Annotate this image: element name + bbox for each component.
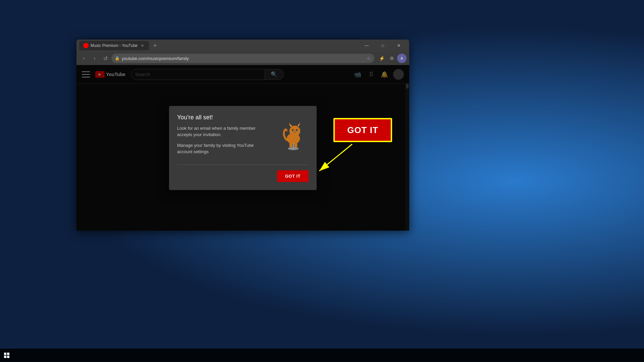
modal-overlay: You're all set! Look for an email when a…: [76, 65, 409, 231]
tab-close-button[interactable]: ✕: [140, 43, 145, 48]
dialog-footer: GOT IT: [177, 170, 309, 182]
success-dialog: You're all set! Look for an email when a…: [169, 106, 317, 190]
start-button[interactable]: [0, 349, 13, 362]
cat-svg: [277, 116, 307, 153]
browser-tab[interactable]: Music Premium - YouTube ✕: [79, 41, 149, 50]
svg-rect-23: [7, 356, 9, 358]
bookmark-icon[interactable]: ☆: [367, 56, 371, 61]
dialog-text: You're all set! Look for an email when a…: [177, 114, 270, 159]
youtube-content: ▶ YouTube 🔍 📹 ⠿ 🔔 Family (up to 5 additi…: [76, 65, 409, 231]
got-it-button-dialog[interactable]: GOT IT: [277, 170, 309, 182]
svg-rect-15: [289, 141, 292, 147]
profile-icon[interactable]: A: [397, 54, 407, 63]
svg-rect-20: [4, 353, 6, 355]
svg-rect-21: [7, 353, 9, 355]
settings-icon[interactable]: ⚙: [387, 54, 396, 63]
new-tab-button[interactable]: +: [150, 41, 160, 50]
dialog-title: You're all set!: [177, 114, 270, 121]
close-button[interactable]: ✕: [391, 41, 407, 51]
dialog-body-line2: Manage your family by visiting YouTube a…: [177, 142, 270, 155]
window-controls: — □ ✕: [359, 41, 407, 51]
taskbar: [0, 349, 644, 362]
dialog-header: You're all set! Look for an email when a…: [177, 114, 309, 159]
refresh-button[interactable]: ↺: [101, 54, 110, 63]
address-bar[interactable]: 🔒 youtube.com/musicpremium/family ☆: [111, 54, 374, 63]
minimize-button[interactable]: —: [359, 41, 374, 51]
lock-icon: 🔒: [115, 56, 120, 61]
extensions-icon[interactable]: ⚡: [377, 54, 386, 63]
svg-rect-22: [4, 356, 6, 358]
svg-point-8: [293, 130, 293, 130]
forward-button[interactable]: ›: [90, 54, 99, 63]
toolbar-icons: ⚡ ⚙ A: [377, 54, 407, 63]
svg-rect-18: [293, 143, 294, 149]
youtube-favicon: [83, 43, 89, 48]
address-bar-row: ‹ › ↺ 🔒 youtube.com/musicpremium/family …: [76, 52, 409, 65]
title-bar: Music Premium - YouTube ✕ + — □ ✕: [76, 40, 409, 52]
url-text: youtube.com/musicpremium/family: [122, 56, 365, 61]
dialog-divider: [177, 165, 309, 165]
back-button[interactable]: ‹: [79, 54, 89, 63]
browser-window: Music Premium - YouTube ✕ + — □ ✕ ‹ › ↺ …: [76, 40, 409, 231]
svg-point-9: [297, 130, 298, 130]
dialog-body-line1: Look for an email when a family member a…: [177, 125, 270, 138]
restore-button[interactable]: □: [375, 41, 390, 51]
cat-illustration: [275, 114, 309, 154]
windows-logo-icon: [4, 353, 9, 358]
tab-title: Music Premium - YouTube: [91, 43, 138, 48]
svg-point-10: [294, 131, 296, 132]
svg-rect-16: [294, 141, 297, 147]
svg-point-1: [289, 125, 300, 136]
